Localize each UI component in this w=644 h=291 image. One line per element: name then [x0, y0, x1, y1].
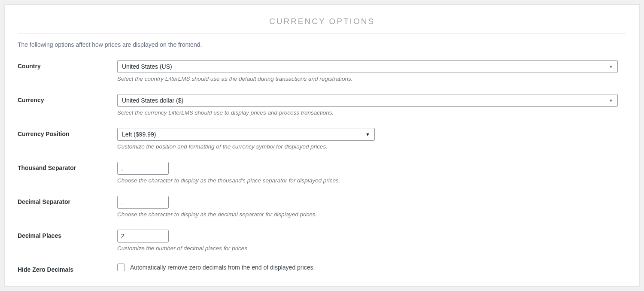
decimal-places-help: Customize the number of decimal places f…: [117, 245, 618, 252]
decimal-places-label: Decimal Places: [18, 230, 117, 239]
country-select-value: United States (US): [122, 63, 172, 70]
field-row-currency: Currency United States dollar ($) ▼ Sele…: [13, 94, 631, 116]
country-label: Country: [18, 60, 117, 70]
decimal-separator-label: Decimal Separator: [18, 196, 117, 205]
field-row-currency-position: Currency Position Left ($99.99) ▼ Custom…: [13, 128, 631, 150]
field-row-decimal-separator: Decimal Separator Choose the character t…: [13, 196, 631, 218]
thousand-separator-help: Choose the character to display as the t…: [117, 177, 618, 184]
currency-help: Select the currency LifterLMS should use…: [117, 109, 618, 116]
currency-position-help: Customize the position and formatting of…: [117, 143, 618, 150]
chevron-down-icon: ▼: [609, 64, 613, 69]
currency-position-select-value: Left ($99.99): [122, 131, 156, 138]
thousand-separator-input[interactable]: [117, 162, 169, 175]
field-row-hide-zero-decimals: Hide Zero Decimals Automatically remove …: [13, 264, 631, 273]
country-select[interactable]: United States (US) ▼: [117, 60, 618, 73]
decimal-separator-help: Choose the character to display as the d…: [117, 211, 618, 218]
country-help: Select the country LifterLMS should use …: [117, 76, 618, 82]
section-description: The following options affect how prices …: [13, 41, 631, 48]
hide-zero-decimals-checkbox-label: Automatically remove zero decimals from …: [130, 264, 315, 271]
decimal-separator-input[interactable]: [117, 196, 169, 209]
currency-label: Currency: [18, 94, 117, 103]
section-title: CURRENCY OPTIONS: [18, 12, 626, 33]
thousand-separator-label: Thousand Separator: [18, 162, 117, 171]
field-row-decimal-places: Decimal Places Customize the number of d…: [13, 230, 631, 252]
chevron-down-icon: ▼: [365, 132, 370, 137]
hide-zero-decimals-label: Hide Zero Decimals: [18, 264, 117, 273]
currency-position-label: Currency Position: [18, 128, 117, 137]
currency-select-value: United States dollar ($): [122, 97, 183, 104]
chevron-down-icon: ▼: [609, 98, 613, 103]
currency-select[interactable]: United States dollar ($) ▼: [117, 94, 618, 107]
decimal-places-input[interactable]: [117, 230, 169, 242]
field-row-country: Country United States (US) ▼ Select the …: [13, 60, 631, 82]
currency-options-panel: CURRENCY OPTIONS The following options a…: [4, 4, 640, 287]
field-row-thousand-separator: Thousand Separator Choose the character …: [13, 162, 631, 184]
currency-position-select[interactable]: Left ($99.99) ▼: [117, 128, 375, 141]
hide-zero-decimals-checkbox[interactable]: [117, 264, 125, 271]
hide-zero-decimals-checkbox-row: Automatically remove zero decimals from …: [117, 264, 618, 271]
